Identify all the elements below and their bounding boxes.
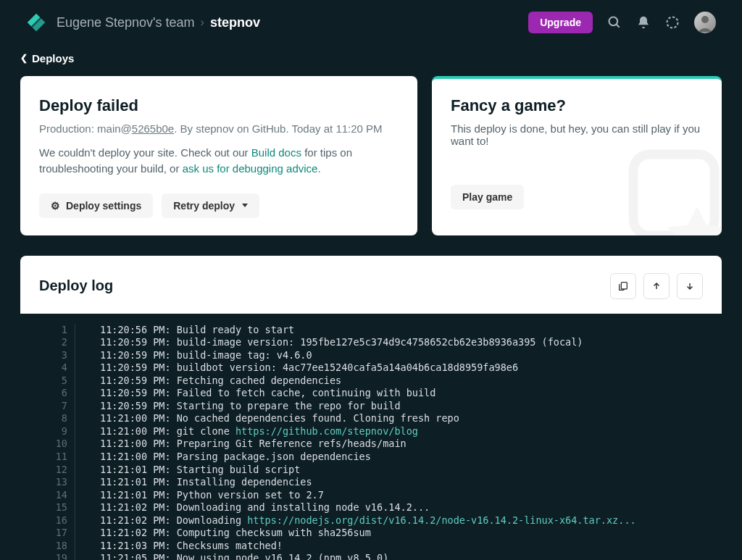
header-left: Eugene Stepnov's team › stepnov <box>26 12 260 33</box>
back-label: Deploys <box>32 52 74 64</box>
scroll-down-button[interactable] <box>677 273 703 299</box>
upgrade-button[interactable]: Upgrade <box>528 12 593 33</box>
scroll-up-button[interactable] <box>643 273 670 299</box>
svg-point-0 <box>609 17 618 26</box>
deploy-description: We couldn't deploy your site. Check out … <box>39 145 399 177</box>
game-text: This deploy is done, but hey, you can st… <box>451 122 703 147</box>
svg-point-3 <box>701 16 709 23</box>
top-header: Eugene Stepnov's team › stepnov Upgrade <box>0 0 742 45</box>
copy-log-button[interactable] <box>610 273 636 299</box>
game-title: Fancy a game? <box>451 96 703 115</box>
svg-point-2 <box>667 17 678 28</box>
sub-header: ❮ Deploys <box>0 45 742 76</box>
breadcrumb-team[interactable]: Eugene Stepnov's team <box>57 15 195 30</box>
bell-icon[interactable] <box>636 15 651 30</box>
deploy-settings-button[interactable]: Deploy settings <box>39 193 153 218</box>
breadcrumb-project[interactable]: stepnov <box>210 15 260 30</box>
build-docs-link[interactable]: Build docs <box>251 146 301 159</box>
chevron-right-icon: › <box>201 16 204 29</box>
svg-line-1 <box>617 25 620 28</box>
netlify-logo-icon[interactable] <box>26 12 46 33</box>
log-gutter: 1234567891011121314151617181920 <box>20 324 75 561</box>
log-actions <box>610 273 703 299</box>
debug-advice-link[interactable]: ask us for debugging advice <box>183 162 318 175</box>
chevron-left-icon: ❮ <box>20 53 28 63</box>
star-decoration-icon <box>628 149 722 235</box>
log-lines: 11:20:56 PM: Build ready to start11:20:5… <box>75 324 722 561</box>
game-card: Fancy a game? This deploy is done, but h… <box>432 76 722 235</box>
avatar[interactable] <box>694 12 716 33</box>
help-icon[interactable] <box>665 15 680 30</box>
deploy-status-card: Deploy failed Production: main@5265b0e. … <box>20 76 417 235</box>
deploy-actions: Deploy settings Retry deploy <box>39 193 399 218</box>
deploy-meta: Production: main@5265b0e. By stepnov on … <box>39 122 399 135</box>
commit-link[interactable]: 5265b0e <box>132 122 174 135</box>
breadcrumb: Eugene Stepnov's team › stepnov <box>57 15 260 30</box>
retry-deploy-button[interactable]: Retry deploy <box>162 193 259 218</box>
log-header: Deploy log <box>20 256 722 314</box>
log-body[interactable]: 1234567891011121314151617181920 11:20:56… <box>20 314 722 561</box>
svg-rect-5 <box>621 282 627 288</box>
deploy-log-section: Deploy log 12345678910111213141516171819… <box>20 256 722 561</box>
deploy-status-title: Deploy failed <box>39 96 399 115</box>
header-right: Upgrade <box>528 12 716 33</box>
search-icon[interactable] <box>607 15 622 30</box>
back-to-deploys-link[interactable]: ❮ Deploys <box>20 52 74 64</box>
play-game-button[interactable]: Play game <box>451 185 524 209</box>
content-row: Deploy failed Production: main@5265b0e. … <box>0 76 742 235</box>
log-title: Deploy log <box>39 277 113 294</box>
